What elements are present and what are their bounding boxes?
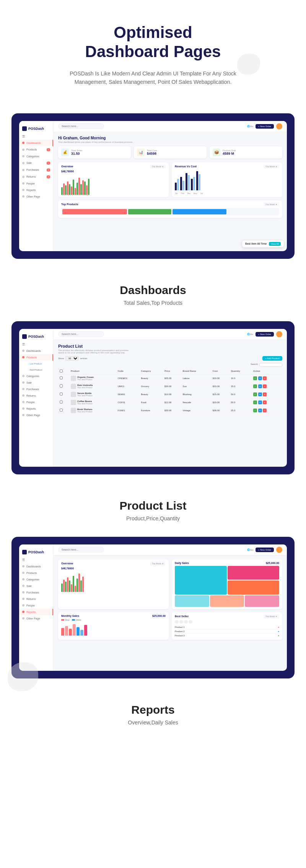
pl-sidebar-people[interactable]: People — [19, 399, 53, 405]
row-checkbox[interactable] — [58, 382, 69, 390]
top-products-title: Top Products — [61, 203, 78, 206]
pl-sidebar-returns[interactable]: Returns — [19, 392, 53, 399]
view-all-button[interactable]: View All — [269, 242, 281, 246]
daily-sales-value: $25,000.00 — [266, 562, 279, 564]
pl-sidebar-reports[interactable]: Reports — [19, 405, 53, 412]
delete-button[interactable]: ✕ — [263, 384, 267, 388]
hamburger-icon[interactable]: ☰ — [19, 133, 53, 140]
delete-button[interactable]: ✕ — [263, 392, 267, 396]
revenue-bar — [196, 171, 198, 190]
avatar[interactable] — [276, 547, 282, 553]
sidebar-item-dashboards[interactable]: Dashboards — [19, 140, 53, 146]
view-button[interactable]: ✓ — [253, 376, 257, 380]
product-bar-3 — [173, 209, 226, 214]
candle — [88, 179, 90, 195]
sidebar-item-purchases[interactable]: Purchases 1 — [19, 167, 53, 173]
rpt-new-order-button[interactable]: + New Order — [256, 548, 274, 552]
avatar[interactable] — [276, 331, 282, 337]
charts-row: Overview This Month ▼ $46,78090 — [58, 162, 282, 197]
candle — [76, 579, 78, 592]
col-action: Action — [252, 368, 282, 374]
edit-button[interactable]: ✏ — [258, 392, 262, 396]
sidebar-item-reports[interactable]: Reports — [19, 187, 53, 193]
view-button[interactable]: ✓ — [253, 384, 257, 388]
row-cost: $20.00 — [211, 382, 230, 390]
best-seller-filter[interactable]: This Month ▼ — [264, 615, 279, 618]
row-product: Book Shelves Your best Product — [69, 406, 116, 414]
sidebar-item-categories[interactable]: Categories — [19, 153, 53, 160]
view-button[interactable]: ✓ — [253, 409, 257, 412]
overview-filter[interactable]: This Month ▼ — [150, 165, 166, 168]
rpt-sidebar-people[interactable]: People — [19, 602, 53, 609]
delete-button[interactable]: ✕ — [263, 400, 267, 404]
language-selector[interactable]: 🌐 En — [247, 125, 253, 128]
sidebar-item-sale[interactable]: Sale 5 — [19, 160, 53, 167]
view-button[interactable]: ✓ — [253, 400, 257, 404]
rpt-sidebar-sale[interactable]: Sale — [19, 583, 53, 589]
row-checkbox[interactable] — [58, 374, 69, 382]
products-badge: 1 — [47, 148, 50, 151]
sidebar-dot — [22, 617, 24, 620]
delete-button[interactable]: ✕ — [263, 376, 267, 380]
purchases-badge: 1 — [47, 168, 50, 172]
col-quantity: Quantity — [229, 368, 251, 374]
pl-sidebar-other[interactable]: Other Page — [19, 412, 53, 418]
rpt-sidebar-returns[interactable]: Returns — [19, 596, 53, 602]
pl-list-product[interactable]: - List Product — [25, 361, 53, 367]
product-search-input[interactable] — [259, 363, 282, 367]
pl-new-order-button[interactable]: + New Order — [256, 332, 274, 337]
hamburger-icon[interactable]: ☰ — [19, 557, 53, 563]
sidebar-item-other[interactable]: Other Page — [19, 193, 53, 200]
view-button[interactable]: ✓ — [253, 392, 257, 396]
select-all-checkbox[interactable] — [60, 369, 63, 373]
hamburger-icon[interactable]: ☰ — [19, 341, 53, 348]
edit-button[interactable]: ✏ — [258, 400, 262, 404]
rpt-search-input[interactable] — [58, 547, 104, 553]
row-checkbox[interactable] — [58, 398, 69, 406]
col-category: Category — [140, 368, 163, 374]
rev-cost-filter[interactable]: This Month ▼ — [264, 165, 279, 168]
pl-sidebar-products[interactable]: Products — [19, 354, 53, 361]
pl-sidebar-purchases[interactable]: Purchases — [19, 386, 53, 392]
delete-button[interactable]: ✕ — [263, 409, 267, 412]
monthly-sales-value: $25,000.00 — [152, 615, 166, 617]
avatar[interactable] — [276, 123, 282, 129]
language-selector[interactable]: 🌐 En — [247, 548, 253, 551]
new-order-button[interactable]: + New Order — [256, 124, 274, 129]
edit-button[interactable]: ✏ — [258, 409, 262, 412]
rpt-sidebar-other[interactable]: Other Page — [19, 615, 53, 622]
bs-icon-4 — [189, 620, 192, 624]
entries-select[interactable]: 10 — [65, 356, 79, 361]
add-product-button[interactable]: + Add Product — [262, 356, 282, 361]
rpt-sidebar-purchases[interactable]: Purchases — [19, 589, 53, 596]
pl-sidebar-dashboards[interactable]: Dashboards — [19, 348, 53, 354]
table-row: Rain Umbrella Your best Product UMG1 Gro… — [58, 382, 282, 390]
rpt-sidebar-categories[interactable]: Categories — [19, 576, 53, 583]
sidebar-item-people[interactable]: People — [19, 180, 53, 187]
row-checkbox[interactable] — [58, 406, 69, 414]
sidebar-item-returns[interactable]: Returns 5 — [19, 173, 53, 180]
sidebar-dot — [22, 611, 24, 613]
pl-search-input[interactable] — [58, 331, 104, 337]
rpt-overview-filter[interactable]: This Month ▼ — [150, 562, 166, 566]
col-checkbox — [58, 368, 69, 374]
rpt-sidebar-reports[interactable]: Reports — [19, 609, 53, 615]
row-category: Furniture — [140, 406, 163, 414]
rpt-charts-row: Overview This Month ▼ $46,78000 — [58, 559, 282, 609]
top-products-section: Top Products This Month ▼ — [58, 200, 282, 218]
pl-sidebar-categories[interactable]: Categories — [19, 373, 53, 379]
edit-button[interactable]: ✏ — [258, 384, 262, 388]
sidebar-item-products[interactable]: Products 1 — [19, 146, 53, 153]
pl-sidebar-sale[interactable]: Sale — [19, 379, 53, 386]
rpt-sidebar-products[interactable]: Products — [19, 570, 53, 576]
language-selector[interactable]: 🌐 En — [247, 333, 253, 335]
search-input[interactable] — [58, 123, 104, 129]
treemap-cell-light-teal — [175, 595, 209, 607]
row-checkbox[interactable] — [58, 390, 69, 398]
reports-inner: POSDash ☰ Dashboards Products Categories — [19, 544, 287, 671]
cost-bar — [177, 179, 179, 190]
rpt-sidebar-dashboards[interactable]: Dashboards — [19, 563, 53, 570]
top-products-filter[interactable]: This Month ▼ — [264, 203, 279, 206]
pl-add-product[interactable]: - Add Product — [25, 367, 53, 373]
edit-button[interactable]: ✏ — [258, 376, 262, 380]
